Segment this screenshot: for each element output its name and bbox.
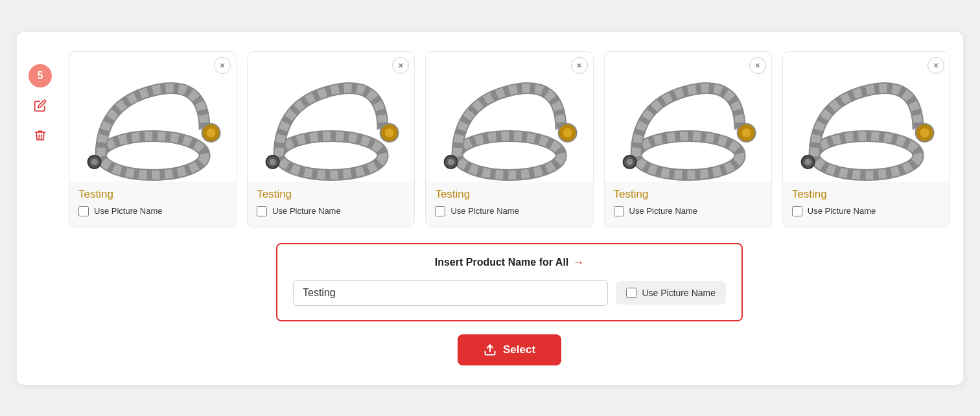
svg-point-27 (626, 159, 633, 165)
card-3: × Testing Use Picture Name (425, 51, 593, 227)
card-2-image (248, 52, 414, 181)
close-card-4[interactable]: × (749, 57, 766, 74)
card-5-checkbox-label[interactable]: Use Picture Name (808, 206, 876, 216)
card-5-image (783, 52, 950, 181)
card-3-checkbox[interactable] (435, 206, 445, 216)
card-2-title: Testing (248, 181, 414, 205)
svg-point-6 (91, 159, 98, 165)
card-2-checkbox-label[interactable]: Use Picture Name (272, 206, 340, 216)
card-5-checkbox[interactable] (792, 206, 802, 216)
insert-use-picture-name-label[interactable]: Use Picture Name (642, 288, 716, 298)
insert-panel-title: Insert Product Name for All → (293, 256, 726, 270)
card-3-image (426, 52, 592, 181)
delete-button[interactable] (29, 124, 52, 147)
svg-point-33 (920, 128, 929, 137)
card-4-checkbox-label[interactable]: Use Picture Name (629, 206, 697, 216)
svg-point-34 (804, 159, 811, 165)
svg-point-20 (448, 159, 454, 165)
card-3-checkbox-row: Use Picture Name (426, 205, 592, 219)
svg-point-12 (385, 128, 394, 137)
insert-product-name-input[interactable] (293, 280, 608, 306)
card-1-image (69, 52, 236, 181)
insert-panel-arrow: → (572, 256, 584, 270)
insert-panel-row: Use Picture Name (293, 280, 726, 306)
main-container: 5 × (17, 32, 963, 385)
svg-point-5 (207, 128, 216, 137)
card-1: × Testing Use Picture Name (69, 51, 237, 227)
insert-use-picture-name-checkbox[interactable] (626, 288, 636, 298)
insert-panel-title-text: Insert Product Name for All (435, 257, 569, 268)
card-4-checkbox[interactable] (614, 206, 624, 216)
card-3-checkbox-label[interactable]: Use Picture Name (450, 206, 519, 216)
card-1-title: Testing (69, 181, 236, 205)
svg-point-19 (563, 128, 572, 137)
card-4-title: Testing (605, 181, 771, 205)
select-button-wrap: Select (69, 334, 950, 365)
select-button-label: Select (503, 343, 535, 356)
card-5: × Testing Use Picture Name (782, 51, 950, 227)
close-card-3[interactable]: × (571, 57, 588, 74)
card-4: × Testing Use Picture Name (604, 51, 772, 227)
card-5-title: Testing (783, 181, 950, 205)
card-2-checkbox-row: Use Picture Name (248, 205, 414, 219)
card-5-checkbox-row: Use Picture Name (783, 205, 950, 219)
card-1-checkbox[interactable] (78, 206, 89, 216)
select-button[interactable]: Select (458, 334, 561, 365)
card-4-image (605, 52, 771, 181)
cards-row: × Testing Use Picture Name (69, 51, 950, 227)
edit-button[interactable] (29, 94, 52, 117)
card-3-title: Testing (426, 181, 592, 205)
close-card-5[interactable]: × (928, 57, 944, 74)
count-badge: 5 (29, 64, 52, 87)
insert-checkbox-wrap: Use Picture Name (616, 281, 726, 305)
card-4-checkbox-row: Use Picture Name (605, 205, 771, 219)
close-card-2[interactable]: × (392, 57, 409, 74)
card-1-checkbox-row: Use Picture Name (69, 205, 236, 219)
insert-panel: Insert Product Name for All → Use Pictur… (276, 243, 743, 321)
close-card-1[interactable]: × (214, 57, 231, 74)
card-1-checkbox-label[interactable]: Use Picture Name (94, 206, 162, 216)
sidebar: 5 (29, 64, 52, 147)
svg-point-26 (741, 128, 751, 137)
card-2: × Testing Use Picture Name (247, 51, 415, 227)
svg-point-13 (270, 159, 276, 165)
card-2-checkbox[interactable] (257, 206, 267, 216)
upload-icon (484, 343, 496, 356)
